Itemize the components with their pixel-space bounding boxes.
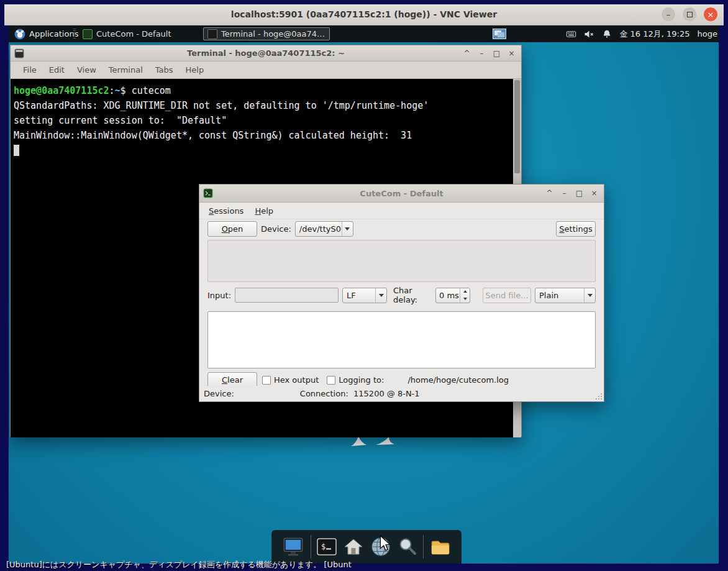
remote-desktop: Applications CuteCom - Default Terminal … [9, 25, 719, 564]
vnc-minimize-button[interactable]: – [662, 7, 675, 21]
menu-tabs[interactable]: Tabs [149, 65, 180, 75]
shade-icon: ^ [546, 189, 552, 198]
app-finder-launcher-icon[interactable] [397, 536, 418, 557]
checkbox-box[interactable] [262, 376, 271, 385]
dock-separator [311, 535, 311, 559]
spinbox-arrows[interactable] [460, 288, 470, 303]
cutecom-body: Open Device: /dev/ttyS0 Settings Input: … [199, 221, 604, 388]
maximize-icon: □ [576, 189, 583, 198]
prompt-colon: : [109, 85, 115, 96]
menu-view[interactable]: View [71, 65, 102, 75]
logging-label: Logging to: [339, 375, 384, 385]
scrollbar-thumb[interactable] [514, 80, 520, 173]
minimize-button[interactable]: – [559, 188, 570, 199]
maximize-button[interactable]: □ [491, 48, 502, 58]
close-button[interactable]: × [589, 188, 599, 199]
send-file-button[interactable]: Send file... [483, 288, 531, 303]
terminal-app-icon [207, 29, 217, 39]
resize-grip[interactable] [594, 392, 603, 400]
dock-separator [423, 535, 424, 559]
menu-edit[interactable]: Edit [43, 65, 71, 75]
device-label: Device: [261, 224, 291, 234]
subtitle-text: [Ubuntu]にはスクリーンキャプチャ、ディスプレイ録画を作成する機能がありま… [6, 559, 352, 570]
cutecom-menubar: Sessions Help [199, 203, 604, 219]
cutecom-statusbar: Device: Connection: 115200 @ 8-N-1 [199, 386, 604, 401]
close-icon: × [508, 49, 514, 58]
hex-output-checkbox[interactable]: Hex output [262, 375, 319, 385]
vnc-titlebar: localhost:5901 (0aa7407115c2:1 (hoge)) -… [4, 4, 724, 25]
terminal-menubar: File Edit View Terminal Tabs Help [11, 62, 521, 79]
menu-help[interactable]: Help [180, 65, 211, 75]
taskbar-button-cutecom[interactable]: CuteCom - Default [79, 27, 201, 40]
vnc-window-controls: – × [662, 7, 717, 21]
menu-file[interactable]: File [17, 65, 43, 75]
input-history-list[interactable] [207, 240, 596, 282]
char-delay-spinbox[interactable]: 0 ms [435, 288, 470, 303]
shade-button[interactable]: ^ [544, 188, 555, 199]
terminal-window-controls: ^ – □ × [462, 45, 517, 61]
menu-sessions[interactable]: Sessions [209, 206, 243, 216]
vnc-close-button[interactable]: × [704, 7, 717, 21]
checkbox-box[interactable] [327, 376, 335, 385]
taskbar-label: Terminal - hoge@0aa74… [221, 29, 325, 39]
input-label: Input: [207, 291, 231, 300]
line-ending-combobox[interactable]: LF [342, 288, 387, 303]
menu-terminal[interactable]: Terminal [102, 65, 149, 75]
spin-up-icon[interactable] [460, 288, 470, 296]
svg-text:$: $ [321, 542, 325, 551]
taskbar-label: CuteCom - Default [96, 29, 171, 39]
cutecom-titlebar[interactable]: CuteCom - Default ^ – □ × [199, 185, 604, 203]
shade-button[interactable]: ^ [462, 48, 472, 58]
terminal-cursor [14, 145, 19, 156]
terminal-window-title: Terminal - hoge@0aa7407115c2: ~ [11, 48, 521, 58]
applications-menu-button[interactable]: Applications [11, 25, 82, 42]
spin-down-icon[interactable] [460, 295, 470, 303]
settings-button[interactable]: Settings [556, 221, 596, 237]
applications-icon [14, 29, 25, 40]
device-combobox[interactable]: /dev/ttyS0 [295, 221, 353, 237]
input-field[interactable] [235, 288, 339, 303]
vnc-maximize-button[interactable] [683, 7, 696, 21]
vnc-title: localhost:5901 (0aa7407115c2:1 (hoge)) -… [4, 9, 724, 19]
display-launcher-icon[interactable] [281, 536, 306, 558]
workspace-icon [493, 29, 506, 39]
output-textarea[interactable] [207, 311, 596, 368]
maximize-icon: □ [493, 49, 500, 58]
minimize-icon: – [480, 49, 484, 58]
taskbar-button-terminal[interactable]: Terminal - hoge@0aa74… [203, 27, 330, 40]
volume-icon[interactable] [584, 29, 594, 39]
mouse-cursor [379, 535, 391, 555]
terminal-output-line: setting current session to: "Default" [14, 113, 509, 128]
terminal-output-line: QStandardPaths: XDG_RUNTIME_DIR not set,… [14, 98, 509, 113]
panel-user-menu[interactable]: hoge [698, 29, 717, 39]
prompt-path: ~ [115, 85, 121, 96]
home-launcher-icon[interactable] [342, 536, 365, 557]
panel-clock[interactable]: 金 16 12月, 19:25 [619, 29, 689, 40]
status-connection: Connection: 115200 @ 8-N-1 [300, 389, 420, 398]
notification-bell-icon[interactable] [602, 29, 612, 39]
maximize-button[interactable]: □ [574, 188, 585, 199]
minimize-button[interactable]: – [476, 48, 487, 58]
chevron-down-icon [584, 288, 595, 303]
maximize-icon [687, 12, 693, 17]
minimize-icon: – [667, 10, 671, 19]
close-icon: × [591, 189, 597, 198]
status-device-label: Device: [204, 389, 234, 398]
format-value: Plain [535, 291, 584, 300]
logging-checkbox[interactable]: Logging to: [327, 375, 384, 385]
terminal-launcher-icon[interactable]: $ [316, 536, 337, 557]
keyboard-icon[interactable] [566, 29, 576, 39]
device-value: /dev/ttyS0 [296, 224, 342, 234]
hex-output-label: Hex output [274, 375, 319, 385]
workspace-pager[interactable] [493, 29, 506, 41]
prompt-dollar: $ [121, 85, 132, 96]
cutecom-window-title: CuteCom - Default [199, 189, 604, 198]
close-icon: × [708, 10, 714, 19]
terminal-titlebar[interactable]: Terminal - hoge@0aa7407115c2: ~ ^ – □ × [11, 45, 521, 62]
file-manager-launcher-icon[interactable] [429, 536, 452, 557]
menu-help[interactable]: Help [255, 206, 273, 216]
open-button[interactable]: Open [207, 221, 257, 237]
close-button[interactable]: × [506, 48, 517, 58]
format-combobox[interactable]: Plain [535, 288, 596, 303]
dock-panel: $ [271, 530, 462, 564]
